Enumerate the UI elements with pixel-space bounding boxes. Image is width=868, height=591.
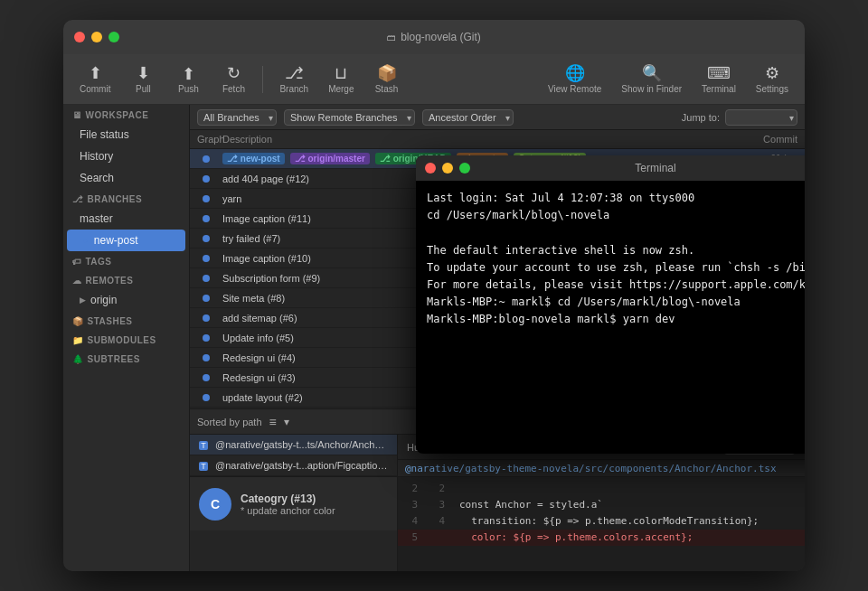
submodules-section: 📁 SUBMODULES (63, 330, 189, 349)
sidebar-item-file-status[interactable]: File status (63, 124, 189, 145)
pull-label: Pull (136, 84, 151, 94)
author-name: Cateogry (#13) (241, 492, 335, 505)
close-button[interactable] (74, 32, 85, 42)
graph-cell (190, 155, 215, 163)
push-button[interactable]: ⬇ Push (168, 61, 208, 98)
jump-to-select[interactable] (725, 109, 797, 126)
show-remote-select[interactable]: Show Remote Branches (284, 109, 415, 126)
tags-icon: 🏷 (72, 257, 82, 267)
graph-cell (190, 275, 215, 282)
sort-icon[interactable]: ≡ (269, 415, 277, 429)
stash-icon: 📦 (377, 65, 397, 81)
ancestor-order-select[interactable]: Ancestor Order (422, 109, 514, 126)
terminal-window[interactable]: Terminal Last login: Sat Jul 4 12:07:38 … (416, 155, 805, 454)
jump-to-label: Jump to: (682, 112, 720, 123)
list-item[interactable]: T @narative/gatsby-t...ts/Anchor/Anchor.… (190, 435, 397, 455)
file-icon: T (199, 441, 208, 450)
workspace-section: 🖥 WORKSPACE (63, 105, 189, 124)
graph-cell (190, 295, 215, 302)
graph-dot (203, 295, 210, 302)
sidebar-item-search[interactable]: Search (63, 167, 189, 189)
jump-to-area: Jump to: (682, 109, 797, 126)
commit-table-header: Graph Description Commit (190, 130, 805, 149)
terminal-title: Terminal (635, 162, 675, 174)
show-finder-button[interactable]: 🔍 Show in Finder (614, 61, 689, 98)
sidebar-item-new-post[interactable]: new-post (67, 230, 185, 251)
terminal-line (427, 224, 805, 241)
diff-line: 3 3 const Anchor = styled.a` (398, 497, 805, 513)
merge-button[interactable]: ⊔ Merge (321, 61, 361, 98)
diff-line: 4 4 transition: ${p => p.theme.colorMode… (398, 513, 805, 530)
sidebar-item-master[interactable]: master (63, 208, 189, 230)
filter-bar: All Branches Show Remote Branches Ancest… (190, 105, 805, 130)
terminal-line: To update your account to use zsh, pleas… (427, 259, 805, 277)
bottom-files-area: T @narative/gatsby-t...ts/Anchor/Anchor.… (190, 435, 805, 571)
terminal-close-button[interactable] (425, 163, 436, 174)
graph-dot (203, 175, 210, 183)
maximize-button[interactable] (108, 32, 119, 42)
graph-dot (203, 354, 210, 361)
pull-button[interactable]: ⬇ Pull (123, 61, 163, 98)
push-label: Push (178, 84, 199, 94)
fetch-button[interactable]: ↻ Fetch (213, 61, 253, 98)
graph-dot (203, 334, 210, 342)
graph-cell (190, 255, 215, 262)
badge-new-post: ⎇ new-post (222, 153, 285, 164)
diff-line: 5 color: ${p => p.theme.colors.accent}; (398, 530, 805, 546)
graph-cell (190, 314, 215, 322)
toolbar-separator-1 (262, 66, 263, 93)
graph-cell (190, 394, 215, 401)
branches-section: ⎇ BRANCHES (63, 189, 189, 208)
view-remote-button[interactable]: 🌐 View Remote (541, 61, 609, 98)
terminal-content[interactable]: Last login: Sat Jul 4 12:07:38 on ttys00… (416, 181, 805, 454)
diff-content: 2 2 3 3 const Anchor = styled.a` 4 (398, 477, 805, 571)
terminal-maximize-button[interactable] (459, 163, 470, 174)
graph-cell (190, 374, 215, 381)
branch-button[interactable]: ⎇ Branch (272, 61, 316, 98)
settings-icon: ⚙ (765, 65, 779, 81)
settings-button[interactable]: ⚙ Settings (749, 61, 796, 98)
remotes-section: ☁ REMOTES (63, 270, 189, 289)
graph-dot (203, 215, 210, 222)
title-bar: 🗃 blog-novela (Git) (63, 20, 805, 54)
commit-button[interactable]: ⬆ Commit (72, 61, 118, 98)
stashes-section: 📦 STASHES (63, 311, 189, 330)
diff-path: @narative/gatsby-theme-novela/src/compon… (405, 463, 777, 474)
show-finder-label: Show in Finder (621, 84, 682, 94)
terminal-line: Last login: Sat Jul 4 12:07:38 on ttys00… (427, 190, 805, 207)
minimize-button[interactable] (91, 32, 102, 42)
pull-icon: ⬇ (137, 65, 150, 81)
sort-arrow-icon[interactable]: ▾ (284, 416, 289, 428)
toolbar: ⬆ Commit ⬇ Pull ⬇ Push ↻ Fetch ⎇ Branch … (63, 54, 805, 105)
sidebar-item-origin[interactable]: ▶ origin (63, 289, 189, 311)
terminal-button[interactable]: ⌨ Terminal (694, 61, 743, 98)
sidebar-item-history[interactable]: History (63, 145, 189, 167)
avatar: C (199, 488, 231, 521)
show-remote-wrapper: Show Remote Branches (284, 109, 415, 126)
terminal-window-controls (425, 163, 470, 174)
terminal-minimize-button[interactable] (442, 163, 453, 174)
origin-arrow: ▶ (80, 296, 86, 305)
stash-button[interactable]: 📦 Stash (367, 61, 407, 98)
list-item[interactable]: T @narative/gatsby-t...aption/Figcaption… (190, 455, 397, 476)
col-graph-header: Graph (190, 134, 215, 145)
author-message: * update anchor color (241, 505, 335, 516)
workspace-icon: 🖥 (72, 110, 82, 120)
branch-label: Branch (279, 84, 308, 94)
author-area: C Cateogry (#13) * update anchor color (190, 476, 397, 530)
commit-label: Commit (80, 84, 110, 94)
remotes-icon: ☁ (72, 276, 82, 286)
graph-dot (203, 314, 210, 322)
terminal-icon: ⌨ (707, 65, 731, 81)
graph-cell (190, 175, 215, 183)
stash-label: Stash (375, 84, 399, 94)
subtrees-icon: 🌲 (72, 354, 84, 364)
terminal-title-bar: Terminal (416, 155, 805, 181)
fetch-icon: ↻ (227, 65, 241, 81)
file-icon: T (199, 462, 208, 471)
graph-dot (203, 275, 210, 282)
all-branches-select[interactable]: All Branches (197, 109, 277, 126)
push-icon: ⬇ (182, 65, 195, 81)
window-controls (74, 32, 119, 42)
stashes-icon: 📦 (72, 316, 84, 326)
